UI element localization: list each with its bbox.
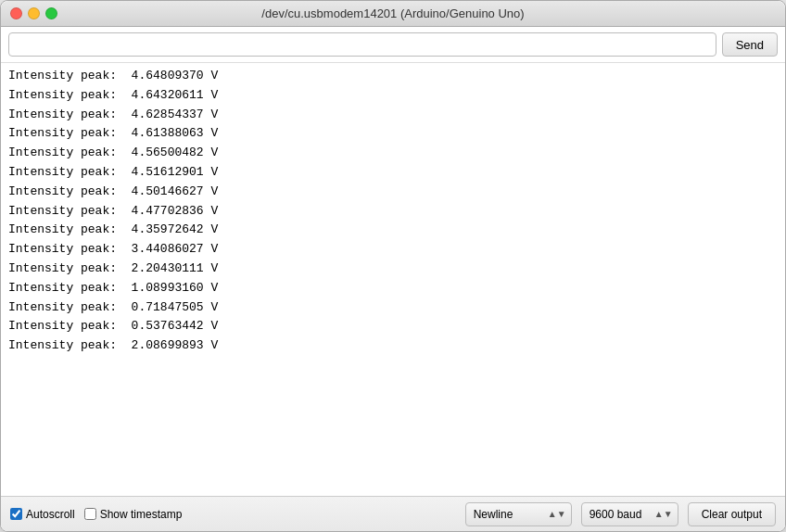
output-line: Intensity peak: 4.56500482 V [8, 144, 778, 163]
send-button[interactable]: Send [722, 32, 778, 57]
autoscroll-checkbox-wrapper[interactable]: Autoscroll [10, 508, 75, 521]
output-line: Intensity peak: 1.08993160 V [8, 279, 778, 298]
output-line: Intensity peak: 4.64320611 V [8, 86, 778, 106]
output-line: Intensity peak: 2.08699893 V [8, 336, 778, 356]
autoscroll-label: Autoscroll [26, 508, 75, 521]
output-area: Intensity peak: 4.64809370 VIntensity pe… [1, 63, 785, 496]
autoscroll-checkbox[interactable] [10, 508, 22, 520]
show-timestamp-checkbox-wrapper[interactable]: Show timestamp [84, 508, 183, 521]
maximize-button[interactable] [45, 7, 57, 19]
traffic-lights [10, 7, 57, 19]
window-title: /dev/cu.usbmodem14201 (Arduino/Genuino U… [261, 6, 524, 20]
output-line: Intensity peak: 4.64809370 V [8, 67, 778, 86]
output-line: Intensity peak: 4.61388063 V [8, 124, 778, 144]
toolbar: Send [1, 27, 785, 63]
show-timestamp-checkbox[interactable] [84, 508, 96, 520]
output-line: Intensity peak: 3.44086027 V [8, 240, 778, 260]
baud-select-wrapper: 300 baud1200 baud2400 baud4800 baud9600 … [581, 502, 678, 526]
title-bar: /dev/cu.usbmodem14201 (Arduino/Genuino U… [1, 1, 785, 27]
show-timestamp-label: Show timestamp [100, 508, 183, 521]
baud-select[interactable]: 300 baud1200 baud2400 baud4800 baud9600 … [581, 502, 678, 526]
output-line: Intensity peak: 4.35972642 V [8, 221, 778, 240]
output-line: Intensity peak: 4.62854337 V [8, 106, 778, 125]
output-line: Intensity peak: 0.71847505 V [8, 298, 778, 318]
output-line: Intensity peak: 4.50146627 V [8, 183, 778, 202]
output-line: Intensity peak: 2.20430111 V [8, 260, 778, 279]
output-line: Intensity peak: 4.51612901 V [8, 163, 778, 183]
serial-input[interactable] [8, 32, 716, 57]
clear-output-button[interactable]: Clear output [688, 502, 776, 526]
newline-select-wrapper: NewlineNo line endingCarriage returnBoth… [465, 502, 572, 526]
status-bar: Autoscroll Show timestamp NewlineNo line… [1, 496, 785, 531]
main-window: /dev/cu.usbmodem14201 (Arduino/Genuino U… [0, 0, 786, 532]
output-line: Intensity peak: 4.47702836 V [8, 202, 778, 222]
close-button[interactable] [10, 7, 22, 19]
minimize-button[interactable] [28, 7, 40, 19]
output-line: Intensity peak: 0.53763442 V [8, 317, 778, 336]
newline-select[interactable]: NewlineNo line endingCarriage returnBoth… [465, 502, 572, 526]
